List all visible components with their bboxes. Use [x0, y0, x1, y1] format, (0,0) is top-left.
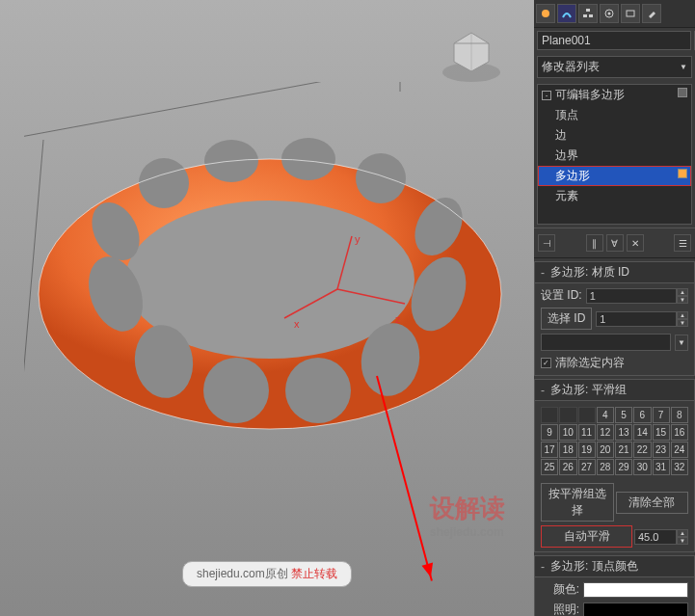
command-panel: 修改器列表 ▼ - 可编辑多边形 顶点 边 边界 多边形 元素 ⊣ ∥ ∀ ✕ … — [534, 0, 695, 616]
sg-cell — [578, 407, 596, 423]
matid-name-dropdown[interactable] — [541, 334, 671, 351]
sg-cell[interactable]: 15 — [653, 424, 670, 441]
stack-sub-vertex[interactable]: 顶点 — [538, 105, 691, 125]
tab-modify[interactable] — [557, 4, 576, 23]
stack-sub-border[interactable]: 边界 — [538, 146, 691, 166]
set-id-label: 设置 ID: — [541, 287, 582, 304]
viewcube[interactable] — [438, 19, 505, 91]
chevron-down-icon: ▼ — [680, 63, 687, 71]
spinner-down[interactable]: ▼ — [677, 296, 688, 304]
viewport[interactable]: x y z 设解读shejiedu.com shejiedu.com原创 禁止转… — [0, 0, 534, 616]
sg-cell — [541, 407, 558, 423]
sg-cell[interactable]: 9 — [541, 424, 558, 441]
tab-create[interactable] — [536, 4, 555, 23]
color-label: 颜色: — [541, 581, 579, 598]
sg-cell[interactable]: 4 — [597, 407, 614, 423]
watermark-logo: 设解读shejiedu.com — [430, 492, 505, 539]
svg-rect-28 — [589, 14, 593, 17]
sg-cell[interactable]: 13 — [615, 424, 632, 441]
spinner-down[interactable]: ▼ — [677, 537, 688, 545]
sg-cell[interactable]: 5 — [615, 407, 632, 423]
sg-cell[interactable]: 29 — [615, 459, 632, 475]
sg-cell[interactable]: 26 — [559, 459, 576, 475]
remove-modifier-button[interactable]: ✕ — [627, 234, 644, 252]
tab-utilities[interactable] — [642, 4, 661, 23]
modifier-list-dropdown[interactable]: 修改器列表 ▼ — [537, 56, 692, 78]
sg-cell[interactable]: 21 — [615, 442, 632, 458]
tab-display[interactable] — [621, 4, 640, 23]
sg-cell[interactable]: 28 — [597, 459, 614, 475]
sg-cell[interactable]: 14 — [633, 424, 651, 441]
select-by-sg-button[interactable]: 按平滑组选择 — [541, 483, 614, 522]
sg-cell[interactable]: 32 — [671, 459, 688, 475]
spinner-up[interactable]: ▲ — [677, 529, 688, 537]
model-torus — [24, 82, 516, 477]
show-end-button[interactable]: ∥ — [586, 234, 603, 252]
sg-cell[interactable]: 25 — [541, 459, 558, 475]
tab-motion[interactable] — [600, 4, 619, 23]
auto-smooth-button[interactable]: 自动平滑 — [541, 525, 632, 548]
rollout-smoothing: 4567891011121314151617181920212223242526… — [534, 401, 695, 552]
sg-cell[interactable]: 6 — [633, 407, 651, 423]
spinner-down[interactable]: ▼ — [677, 319, 688, 327]
sg-cell[interactable]: 8 — [671, 407, 688, 423]
svg-point-30 — [608, 13, 611, 15]
sg-cell[interactable]: 12 — [597, 424, 614, 441]
sg-cell[interactable]: 10 — [559, 424, 576, 441]
sg-cell[interactable]: 11 — [578, 424, 596, 441]
rollout-vcolor-header[interactable]: -多边形: 顶点颜色 — [534, 555, 695, 577]
stack-sub-polygon[interactable]: 多边形 — [538, 166, 691, 186]
stack-toggle-poly[interactable] — [678, 169, 687, 178]
sg-cell[interactable]: 18 — [559, 442, 576, 458]
stack-toggle[interactable] — [678, 88, 687, 97]
sg-cell[interactable]: 17 — [541, 442, 558, 458]
svg-rect-27 — [583, 14, 587, 17]
modifier-list-label: 修改器列表 — [542, 59, 600, 75]
spinner-up[interactable]: ▲ — [677, 311, 688, 319]
sg-cell[interactable]: 24 — [671, 442, 688, 458]
sg-cell[interactable]: 31 — [653, 459, 670, 475]
expand-icon[interactable]: - — [542, 91, 551, 100]
vertex-illum-swatch[interactable] — [583, 603, 688, 617]
spinner-up[interactable]: ▲ — [677, 288, 688, 296]
tab-hierarchy[interactable] — [578, 4, 598, 23]
vertex-color-swatch[interactable] — [583, 582, 688, 598]
sg-cell[interactable]: 16 — [671, 424, 688, 441]
configure-button[interactable]: ☰ — [674, 234, 691, 252]
stack-sub-element[interactable]: 元素 — [538, 186, 691, 206]
svg-point-5 — [285, 358, 351, 423]
sg-cell[interactable]: 27 — [578, 459, 596, 475]
sg-cell[interactable]: 7 — [653, 407, 670, 423]
sg-cell[interactable]: 30 — [633, 459, 651, 475]
select-id-field[interactable] — [596, 311, 677, 327]
illum-label: 照明: — [541, 602, 579, 616]
rollout-matid: 设置 ID: ▲▼ 选择 ID ▲▼ ▼ ✓清除选定内容 — [534, 283, 695, 376]
watermark-footer: shejiedu.com原创 禁止转载 — [182, 561, 352, 587]
pin-stack-button[interactable]: ⊣ — [538, 234, 555, 252]
stack-sub-edge[interactable]: 边 — [538, 125, 691, 146]
set-id-field[interactable] — [586, 288, 677, 304]
modifier-stack[interactable]: - 可编辑多边形 顶点 边 边界 多边形 元素 — [537, 84, 692, 225]
chevron-down-icon[interactable]: ▼ — [675, 335, 688, 351]
auto-smooth-angle-field[interactable] — [634, 529, 677, 545]
svg-point-9 — [356, 153, 406, 203]
svg-rect-31 — [627, 11, 634, 16]
rollout-matid-header[interactable]: -多边形: 材质 ID — [534, 261, 695, 283]
svg-point-12 — [139, 158, 189, 208]
rollout-vcolor: 颜色: 照明: Alpha:▲▼ — [534, 577, 695, 616]
sg-cell — [559, 407, 576, 423]
make-unique-button[interactable]: ∀ — [606, 234, 624, 252]
svg-rect-26 — [586, 9, 590, 12]
sg-cell[interactable]: 22 — [633, 442, 651, 458]
select-id-button[interactable]: 选择 ID — [541, 308, 592, 330]
clear-all-sg-button[interactable]: 清除全部 — [616, 492, 689, 514]
sg-cell[interactable]: 23 — [653, 442, 670, 458]
sg-cell[interactable]: 20 — [597, 442, 614, 458]
object-name-field[interactable] — [537, 31, 691, 50]
stack-root[interactable]: - 可编辑多边形 — [538, 85, 691, 105]
clear-selection-checkbox[interactable]: ✓清除选定内容 — [541, 355, 688, 371]
svg-point-4 — [203, 358, 269, 423]
sg-cell[interactable]: 19 — [578, 442, 596, 458]
checkbox-icon: ✓ — [541, 358, 551, 368]
rollout-smoothing-header[interactable]: -多边形: 平滑组 — [534, 379, 695, 401]
